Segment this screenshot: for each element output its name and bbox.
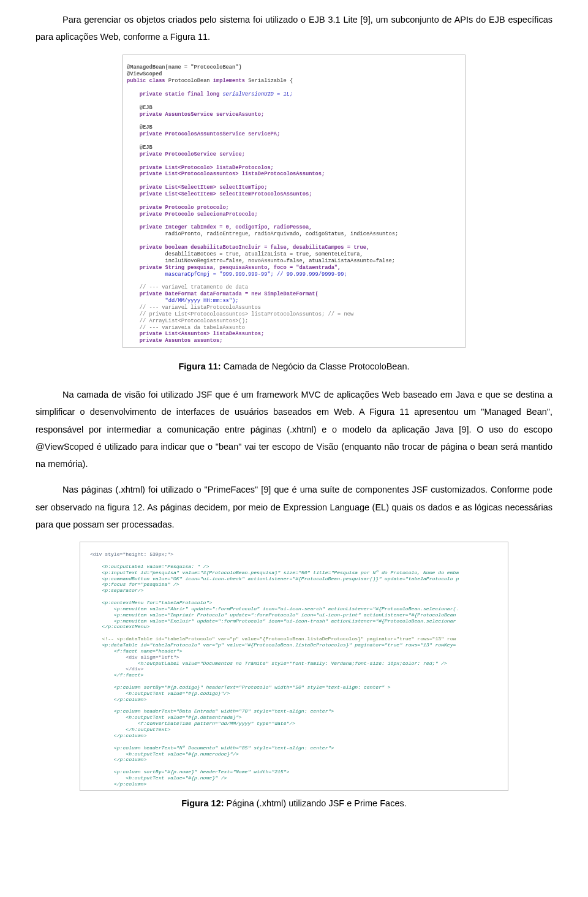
text: Para gerenciar os objetos criados pelo s… xyxy=(36,15,552,42)
figure-12-caption: Figura 12: Página (.xhtml) utilizando JS… xyxy=(36,798,552,808)
body-paragraph-2: Na camada de visão foi utilizado JSF que… xyxy=(36,386,552,472)
figure-11-caption: Figura 11: Camada de Negócio da Classe P… xyxy=(36,361,552,371)
code-box-figure-11: @ManagedBean(name = "ProtocoloBean") @Vi… xyxy=(123,55,466,349)
text: Na camada de visão foi utilizado JSF que… xyxy=(36,390,552,469)
body-paragraph-3: Nas páginas (.xhtml) foi utilizado o "Pr… xyxy=(36,481,552,533)
code-box-figure-12: <div style="height: 539px;"> <h:outputLa… xyxy=(80,542,508,790)
body-paragraph-1: Para gerenciar os objetos criados pelo s… xyxy=(36,11,552,46)
text: Nas páginas (.xhtml) foi utilizado o "Pr… xyxy=(36,485,552,529)
